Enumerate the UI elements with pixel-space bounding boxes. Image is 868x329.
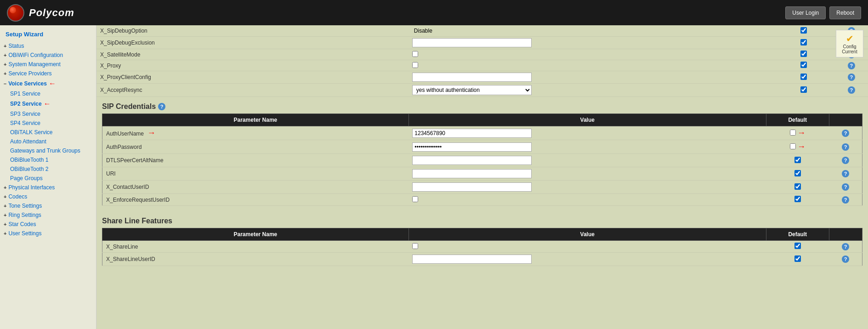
sidebar-item-label: Status [8,43,24,49]
reboot-button[interactable]: Reboot [829,6,861,19]
default-checkbox[interactable] [800,86,807,93]
help-icon[interactable]: ? [842,143,849,151]
sidebar-item-sp3[interactable]: SP3 Service [0,109,96,119]
param-name: X_ProxyClientConfig [96,71,408,84]
share-line-userid-input[interactable] [412,255,532,264]
sidebar-item-obi-bt1[interactable]: OBiBlueTooth 1 [0,155,96,164]
help-icon[interactable]: ? [842,255,849,263]
default-checkbox[interactable] [794,170,801,176]
sidebar-item-ring[interactable]: + Ring Settings [0,210,96,220]
enforce-request-userid-checkbox[interactable] [412,196,418,202]
default-checkbox[interactable] [794,255,801,262]
sidebar-item-obi-bt2[interactable]: OBiBlueTooth 2 [0,164,96,174]
sidebar-item-service-providers[interactable]: + Service Providers [0,69,96,78]
expand-icon: + [4,212,6,218]
help-icon[interactable]: ? [848,62,855,69]
default-checkbox[interactable] [794,243,801,249]
default-checkbox[interactable] [800,27,807,34]
dtls-input[interactable] [412,156,532,165]
share-line-checkbox[interactable] [412,243,418,249]
sip-credentials-title: SIP Credentials [102,102,156,111]
table-row: URI ? [102,167,862,181]
help-icon[interactable]: ? [848,86,855,94]
param-help: ? [829,167,862,181]
param-value [408,181,766,194]
param-default [766,181,829,194]
param-help: ? [829,181,862,194]
sidebar-item-sp1[interactable]: SP1 Service [0,89,96,98]
help-icon[interactable]: ? [848,74,855,81]
sidebar-item-system-management[interactable]: + System Management [0,60,96,69]
param-value [408,253,766,266]
param-value [408,194,766,206]
table-row: X_SipDebugExclusion ? [96,37,868,49]
col-value: Value [408,114,766,126]
help-icon[interactable]: ? [842,170,849,177]
sidebar-item-label: Codecs [8,193,27,200]
debug-option-input[interactable] [412,27,495,35]
col-default: Default [766,114,829,126]
sidebar-item-obiwifi[interactable]: + OBiWiFi Configuration [0,51,96,60]
sidebar-item-sp2[interactable]: SP2 Service ← [0,98,96,109]
default-checkbox[interactable] [800,74,807,80]
satellite-mode-checkbox[interactable] [412,51,418,57]
contact-userid-input[interactable] [412,182,532,192]
default-checkbox[interactable] [800,51,807,57]
expand-icon: + [4,231,6,236]
sidebar-item-label: Ring Settings [8,212,41,218]
sidebar-item-status[interactable]: + Status [0,41,96,51]
param-value [408,49,772,60]
debug-exclusion-input[interactable] [412,38,532,47]
auth-username-input[interactable] [412,129,532,138]
sip-credentials-help-icon[interactable]: ? [158,103,165,110]
param-name: X_SipDebugOption [96,25,408,37]
sidebar-item-voice-services[interactable]: – Voice Services ← [0,78,96,89]
expand-icon: + [4,221,6,227]
help-icon[interactable]: ? [842,130,849,137]
sidebar-item-user-settings[interactable]: + User Settings [0,229,96,238]
help-icon[interactable]: ? [842,243,849,250]
share-line-table: Parameter Name Value Default X_ShareLine [102,228,862,266]
default-checkbox[interactable] [800,39,807,45]
accept-resync-select[interactable]: yes without authentication yes no [412,85,532,95]
proxy-checkbox[interactable] [412,62,418,68]
uri-input[interactable] [412,169,532,178]
sidebar-item-star[interactable]: + Star Codes [0,220,96,229]
help-icon[interactable]: ? [842,196,849,204]
config-check-icon: ✔ [840,33,859,44]
sidebar-item-gateways[interactable]: Gateways and Trunk Groups [0,146,96,155]
param-value [408,126,766,140]
table-row: X_ShareLine ? [102,241,862,253]
help-icon[interactable]: ? [842,157,849,164]
sidebar-item-tone[interactable]: + Tone Settings [0,201,96,210]
col-param-name: Parameter Name [102,228,409,241]
default-checkbox[interactable] [794,183,801,190]
param-value [408,37,772,49]
sidebar-item-physical[interactable]: + Physical Interfaces [0,183,96,192]
expand-icon: + [4,43,6,49]
config-current-label: ConfigCurrent [842,44,857,54]
sidebar-item-label: User Settings [8,230,41,237]
user-login-button[interactable]: User Login [785,6,826,19]
param-default: → [766,140,829,154]
default-arrow-icon: → [797,128,806,137]
table-row: X_EnforceRequestUserID ? [102,194,862,206]
default-checkbox[interactable] [800,62,807,68]
default-checkbox[interactable] [790,143,796,149]
param-value [408,154,766,167]
auth-password-input[interactable] [412,142,532,152]
param-value [408,167,766,181]
sidebar-item-page-groups[interactable]: Page Groups [0,174,96,183]
proxy-client-config-input[interactable] [412,73,532,82]
default-checkbox[interactable] [794,196,801,202]
default-checkbox[interactable] [794,157,801,163]
table-row: X_Proxy ? [96,60,868,71]
sidebar-item-setup-wizard[interactable]: Setup Wizard [0,29,96,41]
sidebar-item-auto-attendant[interactable]: Auto Attendant [0,137,96,146]
sidebar-item-codecs[interactable]: + Codecs [0,192,96,201]
param-name: X_SipDebugExclusion [96,37,408,49]
sidebar-item-obitalk[interactable]: OBiTALK Service [0,128,96,137]
default-checkbox[interactable] [790,130,796,136]
help-icon[interactable]: ? [842,183,849,191]
sidebar-item-sp4[interactable]: SP4 Service [0,119,96,128]
